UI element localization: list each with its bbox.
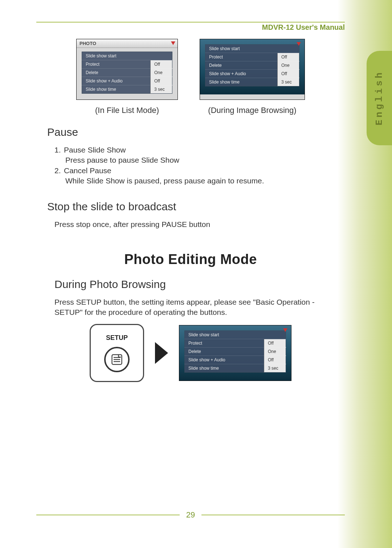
menu-value: 3 sec	[151, 85, 172, 94]
menu-item: Slide show + Audio	[185, 356, 264, 364]
setup-icon	[110, 353, 123, 366]
caption-left: (In File List Mode)	[76, 106, 178, 115]
menu-item: Delete	[205, 61, 278, 70]
menu-item: Slide show + Audio	[82, 77, 151, 85]
menu-value: Off	[264, 356, 286, 364]
menu-value: One	[278, 61, 299, 70]
menu-item: Protect	[82, 60, 151, 69]
menu-item: Slide show start	[82, 52, 172, 60]
manual-title: MDVR-12 User's Manual	[262, 23, 345, 32]
screenshot-file-list: PHOTO Slide show start ProtectOff Delete…	[76, 39, 178, 100]
setup-button-icon	[104, 347, 130, 372]
setup-button-box: SETUP	[90, 324, 144, 382]
footer: 29	[36, 510, 345, 520]
menu-value: One	[264, 348, 286, 356]
menu-item: Delete	[185, 348, 264, 356]
footer-rule	[36, 515, 180, 515]
menu-item: Slide show time	[205, 78, 278, 86]
photo-editing-title: Photo Editing Mode	[36, 252, 345, 267]
menu-value: Off	[278, 70, 299, 78]
list-number: 2.	[54, 166, 64, 176]
dropdown-icon	[283, 328, 287, 332]
stop-body: Press stop once, after pressing PAUSE bu…	[54, 219, 345, 230]
photo-editing-body: Press SETUP button, the setting items ap…	[54, 297, 334, 318]
menu-value: Off	[264, 339, 286, 348]
caption-right: (During Image Browsing)	[200, 106, 305, 115]
list-title: Pause Slide Show	[64, 146, 126, 154]
pause-item-2: 2.Cancel Pause	[54, 166, 345, 176]
pause-item-1: 1.Pause Slide Show	[54, 145, 345, 155]
setup-label: SETUP	[106, 334, 128, 342]
pause-item-1-body: Press pause to pause Slide Show	[65, 155, 345, 165]
menu-value: Off	[278, 53, 299, 61]
header-rule	[36, 22, 345, 23]
menu-item: Delete	[82, 69, 151, 77]
pause-item-2-body: While Slide Show is paused, press pause …	[65, 176, 345, 186]
arrow-icon	[155, 342, 168, 364]
menu-item: Slide show + Audio	[205, 70, 278, 78]
menu-item: Slide show start	[185, 331, 286, 339]
photo-menu-panel-left: Slide show start ProtectOff DeleteOne Sl…	[82, 52, 172, 94]
dropdown-icon	[297, 42, 301, 46]
screenshot-captions: (In File List Mode) (During Image Browsi…	[36, 106, 345, 115]
photo-menu-panel-setup: Slide show start ProtectOff DeleteOne Sl…	[184, 330, 286, 373]
screenshot-setup-result: Slide show start ProtectOff DeleteOne Sl…	[179, 325, 291, 381]
menu-item: Protect	[185, 339, 264, 348]
screenshot-row: PHOTO Slide show start ProtectOff Delete…	[36, 39, 345, 100]
menu-item: Slide show time	[185, 364, 264, 373]
menu-item: Protect	[205, 53, 278, 61]
photo-menu-panel-right: Slide show start ProtectOff DeleteOne Sl…	[205, 44, 299, 86]
menu-value: Off	[151, 60, 172, 69]
photo-titlebar-text: PHOTO	[79, 41, 96, 46]
menu-value: 3 sec	[278, 78, 299, 86]
menu-value: 3 sec	[264, 364, 286, 373]
menu-item: Slide show time	[82, 85, 151, 94]
footer-rule	[201, 515, 345, 515]
during-browsing-heading: During Photo Browsing	[54, 278, 345, 291]
menu-item: Slide show start	[205, 45, 299, 53]
page-number: 29	[186, 510, 195, 520]
setup-row: SETUP Slide show start ProtectOff Delete…	[36, 324, 345, 382]
stop-heading: Stop the slide to broadcast	[47, 200, 345, 213]
photo-titlebar: PHOTO	[77, 39, 177, 48]
screenshot-image-browsing: Slide show start ProtectOff DeleteOne Sl…	[200, 39, 305, 100]
menu-value: One	[151, 69, 172, 77]
menu-value: Off	[151, 77, 172, 85]
dropdown-icon	[171, 41, 175, 45]
list-title: Cancel Pause	[64, 166, 111, 175]
list-number: 1.	[54, 145, 64, 155]
pause-heading: Pause	[47, 126, 345, 138]
